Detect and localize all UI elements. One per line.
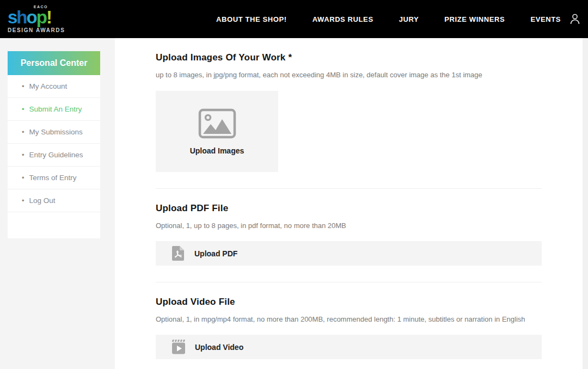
logo-letter: ! [46,7,51,27]
logo-letter: s [8,7,16,27]
scrollbar-track[interactable] [583,38,588,369]
sidebar-item-label: My Submissions [29,128,83,136]
pdf-icon [171,245,185,261]
sidebar-item-my-account[interactable]: • My Account [8,75,100,98]
sidebar-item-log-out[interactable]: • Log Out [8,189,100,212]
section-divider [156,282,542,282]
upload-images-heading: Upload Images Of Your Work * [156,52,542,63]
sidebar-item-my-submissions[interactable]: • My Submissions [8,121,100,144]
bullet-icon: • [22,128,24,136]
upload-video-description: Optional, 1, in mpg/mp4 format, no more … [156,315,542,323]
nav-about-the-shop[interactable]: ABOUT THE SHOP! [216,15,287,23]
nav-awards-rules[interactable]: AWARDS RULES [313,15,373,23]
user-icon [568,13,581,26]
logo-letter: p [36,7,46,27]
image-icon [198,108,236,139]
upload-pdf-button[interactable]: Upload PDF [156,241,542,266]
personal-center-sidebar: Personal Center • My Account • Submit An… [8,51,100,238]
sidebar-item-terms-of-entry[interactable]: • Terms of Entry [8,167,100,189]
upload-pdf-heading: Upload PDF File [156,203,542,214]
upload-pdf-description: Optional, 1, up to 8 pages, in pdf forma… [156,222,542,230]
bullet-icon: • [22,151,24,158]
upload-images-section: Upload Images Of Your Work * up to 8 ima… [156,52,542,172]
nav-events[interactable]: EVENTS [530,15,561,23]
bullet-icon: • [22,106,24,113]
logo-letter: o [27,7,36,27]
sidebar-item-entry-guidelines[interactable]: • Entry Guidelines [8,144,100,167]
video-icon [171,340,186,354]
logo-shop-wordmark: shop! [8,9,60,26]
nav-jury[interactable]: JURY [399,15,419,23]
sidebar-title: Personal Center [8,51,100,75]
logo-letter: h [16,7,26,27]
top-navbar: EACO shop! DESIGN AWARDS ABOUT THE SHOP!… [0,0,588,38]
upload-video-button[interactable]: Upload Video [156,335,542,359]
upload-video-section: Upload Video File Optional, 1, in mpg/mp… [156,297,542,359]
upload-video-heading: Upload Video File [156,297,542,308]
sidebar-item-label: Terms of Entry [29,174,77,182]
bullet-icon: • [22,83,24,90]
upload-video-button-label: Upload Video [195,343,243,352]
sidebar-item-label: Log Out [29,196,56,205]
nav-prize-winners[interactable]: PRIZE WINNERS [444,15,505,23]
upload-pdf-button-label: Upload PDF [194,249,237,258]
shop-design-awards-logo[interactable]: EACO shop! DESIGN AWARDS [8,5,60,33]
sidebar-item-label: My Account [29,82,68,90]
bullet-icon: • [22,174,24,181]
upload-images-button-label: Upload Images [190,146,244,155]
sidebar-spacer [8,212,100,238]
upload-images-dropzone[interactable]: Upload Images [156,91,278,172]
upload-pdf-section: Upload PDF File Optional, 1, up to 8 pag… [156,203,542,266]
main-nav: ABOUT THE SHOP! AWARDS RULES JURY PRIZE … [216,15,561,23]
section-divider [156,188,542,189]
sidebar-item-label: Submit An Entry [29,105,82,113]
sidebar-item-submit-an-entry[interactable]: • Submit An Entry [8,98,100,121]
logo-design-awards-text: DESIGN AWARDS [8,28,60,33]
main-content: Upload Images Of Your Work * up to 8 ima… [115,38,583,369]
sidebar-item-label: Entry Guidelines [29,151,83,159]
bullet-icon: • [22,197,24,204]
upload-images-description: up to 8 images, in jpg/png format, each … [156,71,542,79]
user-account-button[interactable] [568,13,581,26]
